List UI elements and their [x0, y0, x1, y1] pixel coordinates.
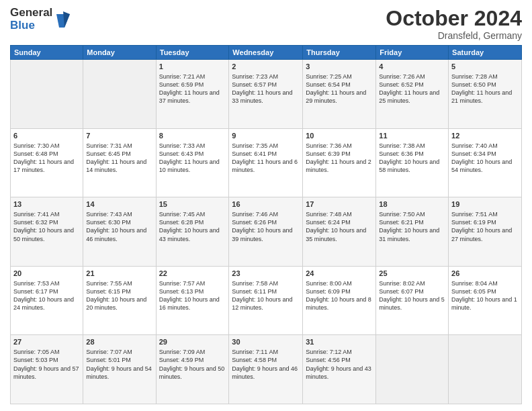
calendar-week-3: 13Sunrise: 7:41 AM Sunset: 6:32 PM Dayli… [11, 197, 522, 267]
calendar-cell: 25Sunrise: 8:02 AM Sunset: 6:07 PM Dayli… [376, 266, 449, 335]
day-number: 9 [232, 131, 300, 141]
day-number: 15 [159, 199, 226, 210]
calendar-cell: 6Sunrise: 7:30 AM Sunset: 6:48 PM Daylig… [11, 128, 83, 197]
day-info: Sunrise: 7:36 AM Sunset: 6:39 PM Dayligh… [306, 142, 373, 175]
day-number: 18 [379, 199, 445, 210]
day-number: 13 [13, 199, 80, 210]
calendar-cell: 31Sunrise: 7:12 AM Sunset: 4:56 PM Dayli… [303, 335, 376, 404]
day-number: 22 [159, 269, 226, 279]
calendar-cell: 7Sunrise: 7:31 AM Sunset: 6:45 PM Daylig… [83, 128, 156, 197]
day-info: Sunrise: 8:04 AM Sunset: 6:05 PM Dayligh… [451, 279, 519, 312]
calendar-week-4: 20Sunrise: 7:53 AM Sunset: 6:17 PM Dayli… [11, 266, 522, 335]
calendar-cell: 22Sunrise: 7:57 AM Sunset: 6:13 PM Dayli… [156, 266, 229, 335]
day-info: Sunrise: 7:57 AM Sunset: 6:13 PM Dayligh… [159, 279, 226, 312]
calendar-cell: 30Sunrise: 7:11 AM Sunset: 4:58 PM Dayli… [229, 335, 303, 404]
day-info: Sunrise: 7:28 AM Sunset: 6:50 PM Dayligh… [451, 73, 519, 105]
day-number: 26 [451, 269, 519, 279]
calendar-cell: 14Sunrise: 7:43 AM Sunset: 6:30 PM Dayli… [83, 197, 156, 267]
day-number: 19 [451, 199, 519, 210]
day-number: 16 [232, 199, 300, 210]
calendar-week-2: 6Sunrise: 7:30 AM Sunset: 6:48 PM Daylig… [11, 128, 522, 197]
day-info: Sunrise: 7:48 AM Sunset: 6:24 PM Dayligh… [306, 210, 373, 243]
col-sunday: Sunday [11, 46, 83, 60]
calendar-cell: 27Sunrise: 7:05 AM Sunset: 5:03 PM Dayli… [11, 335, 83, 404]
day-number: 4 [379, 62, 445, 72]
calendar-cell: 8Sunrise: 7:33 AM Sunset: 6:43 PM Daylig… [156, 128, 229, 197]
day-info: Sunrise: 7:46 AM Sunset: 6:26 PM Dayligh… [232, 210, 300, 243]
calendar-cell: 12Sunrise: 7:40 AM Sunset: 6:34 PM Dayli… [449, 128, 522, 197]
day-info: Sunrise: 7:41 AM Sunset: 6:32 PM Dayligh… [13, 210, 80, 243]
day-info: Sunrise: 7:09 AM Sunset: 4:59 PM Dayligh… [159, 348, 226, 381]
day-number: 20 [13, 269, 80, 279]
col-friday: Friday [376, 46, 449, 60]
calendar-cell: 5Sunrise: 7:28 AM Sunset: 6:50 PM Daylig… [449, 60, 522, 129]
calendar-cell: 28Sunrise: 7:07 AM Sunset: 5:01 PM Dayli… [83, 335, 156, 404]
calendar-cell: 15Sunrise: 7:45 AM Sunset: 6:28 PM Dayli… [156, 197, 229, 267]
calendar-header-row: Sunday Monday Tuesday Wednesday Thursday… [11, 46, 522, 60]
day-info: Sunrise: 7:07 AM Sunset: 5:01 PM Dayligh… [86, 348, 152, 381]
day-info: Sunrise: 7:33 AM Sunset: 6:43 PM Dayligh… [159, 142, 226, 175]
logo-general: General [10, 7, 52, 19]
calendar-cell: 1Sunrise: 7:21 AM Sunset: 6:59 PM Daylig… [156, 60, 229, 129]
day-number: 17 [306, 199, 373, 210]
day-info: Sunrise: 8:02 AM Sunset: 6:07 PM Dayligh… [379, 279, 445, 312]
day-info: Sunrise: 7:58 AM Sunset: 6:11 PM Dayligh… [232, 279, 300, 312]
location: Dransfeld, Germany [386, 30, 522, 41]
calendar-cell: 24Sunrise: 8:00 AM Sunset: 6:09 PM Dayli… [303, 266, 376, 335]
day-number: 25 [379, 269, 445, 279]
day-number: 24 [306, 269, 373, 279]
day-number: 8 [159, 131, 226, 141]
calendar-cell: 23Sunrise: 7:58 AM Sunset: 6:11 PM Dayli… [229, 266, 303, 335]
calendar-cell: 17Sunrise: 7:48 AM Sunset: 6:24 PM Dayli… [303, 197, 376, 267]
calendar-cell: 10Sunrise: 7:36 AM Sunset: 6:39 PM Dayli… [303, 128, 376, 197]
calendar-cell: 3Sunrise: 7:25 AM Sunset: 6:54 PM Daylig… [303, 60, 376, 129]
day-number: 11 [379, 131, 445, 141]
day-number: 27 [13, 337, 80, 347]
day-number: 23 [232, 269, 300, 279]
calendar-cell [83, 60, 156, 129]
calendar-cell [449, 335, 522, 404]
calendar-cell: 19Sunrise: 7:51 AM Sunset: 6:19 PM Dayli… [449, 197, 522, 267]
calendar-table: Sunday Monday Tuesday Wednesday Thursday… [10, 45, 522, 404]
calendar-week-5: 27Sunrise: 7:05 AM Sunset: 5:03 PM Dayli… [11, 335, 522, 404]
calendar-cell: 13Sunrise: 7:41 AM Sunset: 6:32 PM Dayli… [11, 197, 83, 267]
calendar-cell: 29Sunrise: 7:09 AM Sunset: 4:59 PM Dayli… [156, 335, 229, 404]
day-info: Sunrise: 7:05 AM Sunset: 5:03 PM Dayligh… [13, 348, 80, 381]
calendar-cell: 11Sunrise: 7:38 AM Sunset: 6:36 PM Dayli… [376, 128, 449, 197]
calendar-cell: 16Sunrise: 7:46 AM Sunset: 6:26 PM Dayli… [229, 197, 303, 267]
day-number: 2 [232, 62, 300, 72]
day-number: 5 [451, 62, 519, 72]
day-number: 3 [306, 62, 373, 72]
calendar-cell: 20Sunrise: 7:53 AM Sunset: 6:17 PM Dayli… [11, 266, 83, 335]
calendar-cell [11, 60, 83, 129]
day-number: 10 [306, 131, 373, 141]
col-monday: Monday [83, 46, 156, 60]
logo: General Blue [10, 7, 71, 32]
day-info: Sunrise: 7:53 AM Sunset: 6:17 PM Dayligh… [13, 279, 80, 312]
col-tuesday: Tuesday [156, 46, 229, 60]
day-info: Sunrise: 7:21 AM Sunset: 6:59 PM Dayligh… [159, 73, 226, 105]
calendar-week-1: 1Sunrise: 7:21 AM Sunset: 6:59 PM Daylig… [11, 60, 522, 129]
title-area: October 2024 Dransfeld, Germany [386, 7, 522, 41]
header: General Blue October 2024 Dransfeld, Ger… [10, 7, 522, 41]
day-info: Sunrise: 7:26 AM Sunset: 6:52 PM Dayligh… [379, 73, 445, 105]
day-info: Sunrise: 7:43 AM Sunset: 6:30 PM Dayligh… [86, 210, 152, 243]
calendar-cell: 18Sunrise: 7:50 AM Sunset: 6:21 PM Dayli… [376, 197, 449, 267]
day-number: 12 [451, 131, 519, 141]
day-info: Sunrise: 7:23 AM Sunset: 6:57 PM Dayligh… [232, 73, 300, 105]
day-number: 21 [86, 269, 152, 279]
calendar-cell: 21Sunrise: 7:55 AM Sunset: 6:15 PM Dayli… [83, 266, 156, 335]
calendar-cell [376, 335, 449, 404]
day-info: Sunrise: 8:00 AM Sunset: 6:09 PM Dayligh… [306, 279, 373, 312]
day-number: 7 [86, 131, 152, 141]
day-number: 31 [306, 337, 373, 347]
day-info: Sunrise: 7:31 AM Sunset: 6:45 PM Dayligh… [86, 142, 152, 175]
page: General Blue October 2024 Dransfeld, Ger… [0, 0, 532, 411]
day-info: Sunrise: 7:30 AM Sunset: 6:48 PM Dayligh… [13, 142, 80, 175]
day-number: 14 [86, 199, 152, 210]
day-info: Sunrise: 7:45 AM Sunset: 6:28 PM Dayligh… [159, 210, 226, 243]
day-info: Sunrise: 7:35 AM Sunset: 6:41 PM Dayligh… [232, 142, 300, 175]
day-info: Sunrise: 7:38 AM Sunset: 6:36 PM Dayligh… [379, 142, 445, 175]
day-info: Sunrise: 7:50 AM Sunset: 6:21 PM Dayligh… [379, 210, 445, 243]
calendar-cell: 2Sunrise: 7:23 AM Sunset: 6:57 PM Daylig… [229, 60, 303, 129]
